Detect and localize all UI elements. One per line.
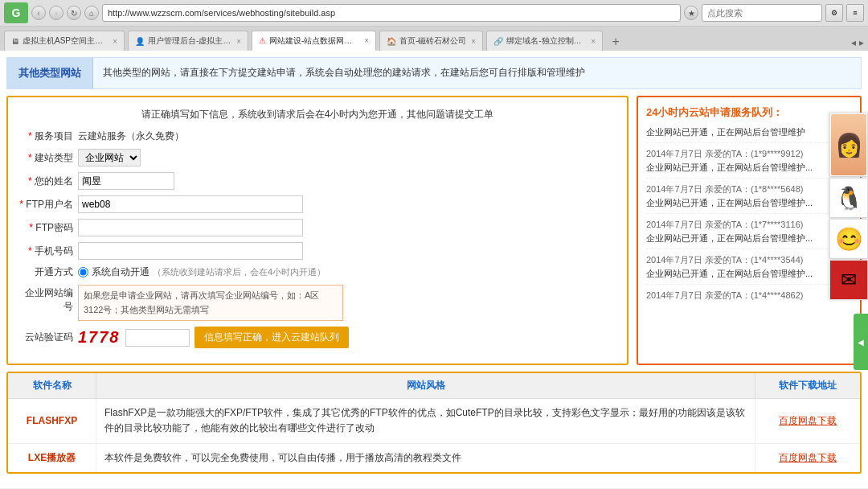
required-star-phone: * [28, 245, 32, 257]
queue-item-date-3: 2014年7月7日 亲爱的TA：(1*7****3116) [646, 219, 852, 231]
sidebar-avatar[interactable]: 👩 [829, 113, 868, 177]
sw-header-link: 软件下载地址 [755, 373, 860, 398]
sidebar-green-toggle[interactable]: ◀ [854, 314, 868, 370]
site-type-select[interactable]: 企业网站 [78, 149, 141, 166]
pwd-input[interactable] [78, 219, 303, 236]
tab-2[interactable]: ⚠ 网站建设-站点数据网站建设... × [252, 31, 376, 51]
queue-item-status-2: 企业网站已开通，正在网站后台管理维护... ✓ [646, 197, 852, 209]
form-row-ftp: * FTP用户名 [18, 195, 617, 213]
open-radio[interactable] [78, 267, 88, 277]
form-title: 请正确填写如下信息，系统收到请求后会在4小时内为您开通，其他问题请提交工单 [18, 107, 617, 121]
home-button[interactable]: ⌂ [84, 6, 99, 20]
tab-close-1[interactable]: × [236, 37, 241, 46]
open-value: 系统自动开通 [92, 265, 149, 279]
back-tab-button[interactable]: ◂ [851, 37, 856, 48]
tab-label-4: 绑定域名-独立控制面板 [506, 35, 586, 47]
back-button[interactable]: ‹ [31, 6, 46, 20]
pwd-label: FTP密码 [35, 222, 73, 233]
tab-close-3[interactable]: × [471, 37, 476, 46]
form-row-captcha: 云站验证码 1778 信息填写正确，进入云建站队列 [18, 327, 617, 348]
form-row-sitetype: * 建站类型 企业网站 [18, 149, 617, 166]
ftp-input[interactable] [78, 195, 303, 213]
queue-item-status-0: 企业网站已开通，正在网站后台管理维护 ✓ [646, 126, 852, 138]
browser-toolbar: G ‹ › ↻ ⌂ ★ ⚙ ≡ [0, 0, 868, 27]
browser-logo: G [4, 2, 28, 23]
tab-close-4[interactable]: × [591, 37, 596, 46]
sw-cell-link-0[interactable]: 百度网盘下载 [755, 399, 860, 442]
queue-item-2: 2014年7月7日 亲爱的TA：(1*8****5648) 企业网站已开通，正在… [646, 183, 852, 214]
service-value: 云建站服务（永久免费） [78, 129, 184, 143]
site-type-label: 建站类型 [35, 152, 73, 163]
sidebar-smile-icon[interactable]: 😊 [829, 219, 868, 259]
sw-cell-name-1: LXE播放器 [8, 444, 96, 472]
name-input[interactable] [78, 172, 174, 190]
sw-row-0: FLASHFXP FlashFXP是一款功能强大的FXP/FTP软件，集成了其它… [8, 399, 860, 443]
sidebar-widgets: 👩 🐧 😊 ✉ [829, 113, 868, 300]
required-star-name: * [28, 175, 32, 187]
service-label: 服务项目 [35, 130, 73, 142]
sw-cell-desc-0: FlashFXP是一款功能强大的FXP/FTP软件，集成了其它优秀的FTP软件的… [96, 399, 755, 442]
open-radio-label: 系统自动开通 （系统收到建站请求后，会在4小时内开通） [78, 265, 326, 279]
sw-header-style: 网站风格 [96, 373, 755, 398]
tab-0[interactable]: 🖥 虚拟主机ASP空间主页空间设... × [4, 31, 125, 51]
star-button[interactable]: ★ [684, 6, 698, 20]
queue-item-date-1: 2014年7月7日 亲爱的TA：(1*9****9912) [646, 148, 852, 160]
sw-cell-link-1[interactable]: 百度网盘下载 [755, 444, 860, 472]
tab-label-2: 网站建设-站点数据网站建设... [269, 35, 359, 47]
company-code-note: 如果您是申请企业网站，请再次填写企业网站编号，如：A区3122号；其他类型网站无… [78, 285, 343, 321]
phone-input[interactable] [78, 242, 303, 260]
queue-item-date-4: 2014年7月7日 亲爱的TA：(1*4****3544) [646, 254, 852, 266]
search-input[interactable] [702, 4, 822, 22]
tab-4[interactable]: 🔗 绑定域名-独立控制面板 × [486, 31, 603, 51]
tab-label-1: 用户管理后台-虚拟主机管理... [148, 35, 231, 47]
settings-button[interactable]: ⚙ [825, 4, 843, 22]
queue-item-status-4: 企业网站已开通，正在网站后台管理维护... ✓ [646, 268, 852, 280]
form-row-pwd: * FTP密码 [18, 219, 617, 236]
form-row-open: 开通方式 系统自动开通 （系统收到建站请求后，会在4小时内开通） [18, 265, 617, 279]
tab-label-0: 虚拟主机ASP空间主页空间设... [23, 35, 108, 47]
required-star-service: * [28, 130, 32, 142]
refresh-button[interactable]: ↻ [67, 6, 81, 20]
open-label: 开通方式 [35, 266, 73, 277]
sw-download-link-1[interactable]: 百度网盘下载 [779, 451, 837, 465]
queue-item-4: 2014年7月7日 亲爱的TA：(1*4****3544) 企业网站已开通，正在… [646, 254, 852, 285]
sw-cell-name-0: FLASHFXP [8, 399, 96, 442]
sidebar-mail-icon[interactable]: ✉ [829, 260, 868, 300]
tab-3[interactable]: 🏠 首页-磁砖石材公司 × [379, 31, 483, 51]
form-row-name: * 您的姓名 [18, 172, 617, 190]
queue-item-1: 2014年7月7日 亲爱的TA：(1*9****9912) 企业网站已开通，正在… [646, 148, 852, 179]
ftp-label: FTP用户名 [26, 199, 73, 210]
address-bar[interactable] [102, 4, 681, 22]
sw-row-1: LXE播放器 本软件是免费软件，可以完全免费使用，可以自由传播，用于播放高清的教… [8, 444, 860, 472]
queue-item-0: 企业网站已开通，正在网站后台管理维护 ✓ [646, 126, 852, 143]
captcha-input[interactable] [125, 329, 190, 347]
forward-tab-button[interactable]: ▸ [859, 37, 864, 48]
queue-item-3: 2014年7月7日 亲爱的TA：(1*7****3116) 企业网站已开通，正在… [646, 219, 852, 249]
form-row-company: 企业网站编号 如果您是申请企业网站，请再次填写企业网站编号，如：A区3122号；… [18, 285, 617, 321]
name-label: 您的姓名 [35, 175, 73, 187]
tab-1[interactable]: 👤 用户管理后台-虚拟主机管理... × [128, 31, 248, 51]
tab-close-2[interactable]: × [364, 36, 369, 45]
queue-item-date-2: 2014年7月7日 亲爱的TA：(1*8****5648) [646, 183, 852, 195]
banner-label: 其他类型网站 [7, 58, 93, 88]
captcha-label: 云站验证码 [18, 331, 78, 344]
queue-panel: 24小时内云站申请服务队列： 企业网站已开通，正在网站后台管理维护 ✓ 2014… [637, 96, 862, 365]
submit-button[interactable]: 信息填写正确，进入云建站队列 [194, 327, 349, 348]
new-tab-button[interactable]: + [606, 33, 625, 51]
banner-text: 其他类型的网站，请直接在下方提交建站申请，系统会自动处理您的建站请求，在建站后您… [93, 58, 595, 88]
open-hint: （系统收到建站请求后，会在4小时内开通） [153, 266, 326, 278]
menu-button[interactable]: ≡ [846, 4, 864, 22]
form-panel: 请正确填写如下信息，系统收到请求后会在4小时内为您开通，其他问题请提交工单 * … [6, 96, 628, 365]
tab-close-0[interactable]: × [113, 37, 117, 46]
main-layout: 请正确填写如下信息，系统收到请求后会在4小时内为您开通，其他问题请提交工单 * … [0, 96, 868, 365]
form-row-phone: * 手机号码 [18, 242, 617, 260]
software-table-header: 软件名称 网站风格 软件下载地址 [8, 373, 860, 399]
forward-button[interactable]: › [49, 6, 63, 20]
captcha-row: 1778 信息填写正确，进入云建站队列 [78, 327, 349, 348]
other-sites-banner: 其他类型网站 其他类型的网站，请直接在下方提交建站申请，系统会自动处理您的建站请… [6, 57, 862, 89]
queue-item-status-1: 企业网站已开通，正在网站后台管理维护... ✓ [646, 162, 852, 174]
sw-download-link-0[interactable]: 百度网盘下载 [779, 414, 837, 428]
phone-label: 手机号码 [35, 245, 73, 257]
tab-label-3: 首页-磁砖石材公司 [399, 35, 466, 47]
sidebar-qq-icon[interactable]: 🐧 [829, 178, 868, 218]
